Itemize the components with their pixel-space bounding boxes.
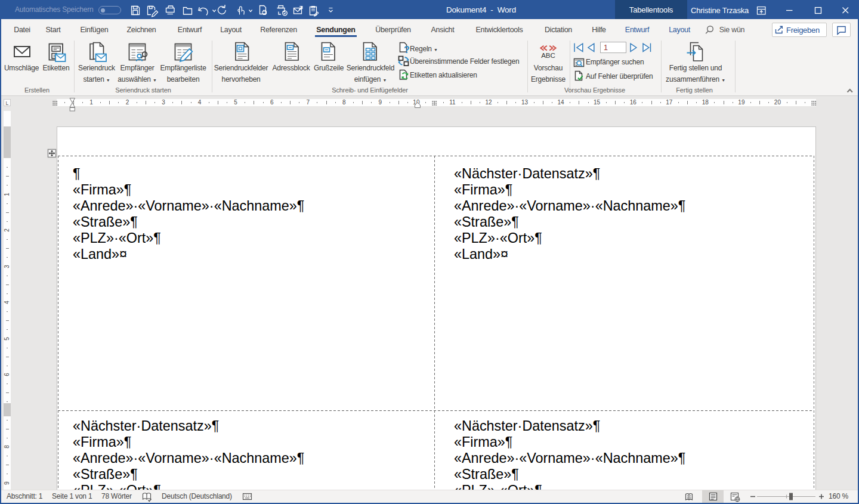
svg-text:ABC: ABC xyxy=(541,52,555,59)
svg-text:?: ? xyxy=(404,45,410,55)
